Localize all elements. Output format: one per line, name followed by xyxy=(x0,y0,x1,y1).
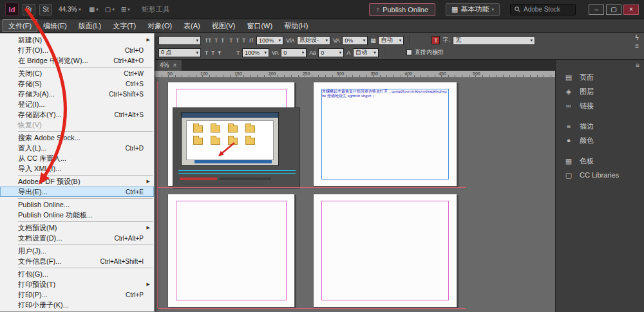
tab-close-icon[interactable]: × xyxy=(173,62,176,69)
dock-panel-item[interactable] xyxy=(556,113,644,119)
vertical-scale-dropdown[interactable]: 100% ▾ xyxy=(256,36,283,45)
dock-panel-item[interactable]: ∞ 链接 xyxy=(556,98,644,113)
menu-item[interactable]: 打包(G)... xyxy=(0,269,154,279)
document-canvas[interactable]: 大螺幡起主篇恢复什指导赛吉铁道打开，gongdiluvmznkjszmdsagk… xyxy=(155,78,555,312)
subscript-icon[interactable]: T xyxy=(236,37,239,44)
superscript-icon[interactable]: T xyxy=(214,37,218,44)
page-2[interactable]: 大螺幡起主篇恢复什指导赛吉铁道打开，gongdiluvmznkjszmdsagk… xyxy=(313,82,457,187)
ligature-icon[interactable]: T xyxy=(211,50,214,56)
menubar-item[interactable]: 帮助(H) xyxy=(278,19,314,32)
horizontal-scale-dropdown[interactable]: 100% ▾ xyxy=(242,48,269,57)
menu-item[interactable]: 恢复(V) xyxy=(0,120,154,130)
small-caps-icon[interactable]: T xyxy=(229,37,232,44)
font-family-dropdown[interactable]: ▾ xyxy=(158,36,201,45)
menubar-item[interactable]: 视图(V) xyxy=(206,19,242,32)
strikethrough-icon[interactable]: T xyxy=(242,37,245,44)
menu-item[interactable]: Publish Online 功能板... xyxy=(0,210,154,220)
close-button[interactable]: × xyxy=(623,5,639,15)
adobe-stock-search[interactable]: Adobe Stock xyxy=(510,4,576,15)
page-4[interactable] xyxy=(313,194,457,307)
kerning-dropdown[interactable]: 原始设- ▾ xyxy=(297,36,330,45)
menu-item[interactable]: 文档设置(D)... Ctrl+Alt+P xyxy=(0,233,154,243)
menu-item[interactable]: 打印(P)... Ctrl+P xyxy=(0,289,154,300)
grid-count-dropdown[interactable]: 自动 ▾ xyxy=(378,36,404,45)
kerning2-dropdown[interactable]: 0 ▾ xyxy=(281,48,307,57)
panel-options-icon[interactable]: ≡ xyxy=(635,43,639,50)
menu-item[interactable]: 新建(N) ▶ xyxy=(0,35,154,45)
bridge-button[interactable]: Br xyxy=(23,4,35,15)
menu-item[interactable]: 存储为(A)... Ctrl+Shift+S xyxy=(0,89,154,99)
all-caps-icon[interactable]: TT xyxy=(205,37,211,44)
placed-screenshot-image[interactable] xyxy=(173,107,300,188)
panel-icon: ● xyxy=(564,136,573,144)
menubar-item[interactable]: 窗口(W) xyxy=(241,19,278,32)
publish-online-button[interactable]: ↑ Publish Online xyxy=(369,3,435,16)
menubar-item[interactable]: 编辑(E) xyxy=(37,19,73,32)
gpu-performance-icon[interactable]: ϟ xyxy=(635,35,638,41)
window-controls: – ▢ × xyxy=(589,5,639,15)
dock-panel-item[interactable]: ▤ 页面 xyxy=(556,70,644,84)
text-frame[interactable] xyxy=(321,89,449,179)
document-tab[interactable]: 4% × xyxy=(155,60,182,71)
no-break-icon[interactable]: Ŧ xyxy=(218,50,221,56)
menu-item[interactable]: 置入(L)... Ctrl+D xyxy=(0,143,154,153)
menu-item[interactable]: 在 Bridge 中浏览(W)... Ctrl+Alt+O xyxy=(0,55,154,66)
menu-item[interactable]: 打开(O)... Ctrl+O xyxy=(0,45,154,55)
minimize-button[interactable]: – xyxy=(589,5,604,15)
dock-panel-item[interactable]: ● 颜色 xyxy=(556,133,644,147)
character-color-icon[interactable]: T xyxy=(431,36,440,44)
menu-item[interactable]: 登记(I)... xyxy=(0,99,154,109)
font-size-field[interactable]: 0 点 ▾ xyxy=(158,48,201,57)
underline-style-icon[interactable]: T xyxy=(205,50,208,56)
dock-panel-item[interactable]: ▢ CC Libraries xyxy=(556,168,644,182)
dock-panel-item[interactable]: ◈ 图层 xyxy=(556,84,644,98)
menubar-item[interactable]: 表(A) xyxy=(178,19,206,32)
workspace-switcher[interactable]: ▦ 基本功能 ▾ xyxy=(446,3,500,16)
dock-panel-item[interactable]: ▦ 色板 xyxy=(556,154,644,168)
menu-item[interactable]: 导出(E)... Ctrl+E xyxy=(0,187,154,197)
menubar-item[interactable]: 版面(L) xyxy=(73,19,107,32)
menu-item[interactable]: 用户(J)... xyxy=(0,246,154,256)
menu-item[interactable]: 打印预设(T) ▶ xyxy=(0,279,154,289)
menu-item[interactable]: 打印小册子(K)... xyxy=(0,300,154,310)
menu-item[interactable]: 导入 XML(I)... xyxy=(0,163,154,174)
horizontal-ruler[interactable]: 50 100 150 200 250 300 350 400 450 500 xyxy=(155,71,555,78)
char-style-dropdown[interactable]: 无 ▾ xyxy=(453,36,535,45)
panel-menu-icon[interactable]: ≡ xyxy=(636,62,639,69)
menu-item[interactable]: 从 CC 库置入... xyxy=(0,153,154,163)
menu-item[interactable]: 存储(S) Ctrl+S xyxy=(0,78,154,89)
tatechuyoko-checkbox[interactable] xyxy=(406,50,412,55)
screen-mode-dropdown[interactable]: ▢ ▾ xyxy=(104,6,116,13)
menu-item[interactable]: Adobe PDF 预设(B) ▶ xyxy=(0,176,154,187)
tracking-dropdown[interactable]: 0% ▾ xyxy=(342,36,368,45)
menu-item[interactable]: 搜索 Adobe Stock... xyxy=(0,133,154,143)
leading-dropdown[interactable]: 自动 ▾ xyxy=(353,48,379,57)
zoom-level-dropdown[interactable]: 44.3% ▾ xyxy=(56,4,84,15)
menubar-item[interactable]: 文件(F) xyxy=(3,19,37,32)
menubar-item-label: 版面(L) xyxy=(79,21,101,31)
menu-item[interactable]: Publish Online... xyxy=(0,199,154,210)
menubar-item[interactable]: 对象(O) xyxy=(142,19,178,32)
dock-panel-item[interactable]: ≡ 描边 xyxy=(556,119,644,133)
menu-item[interactable]: 存储副本(Y)... Ctrl+Alt+S xyxy=(0,109,154,120)
menu-item[interactable]: 文档预设(M) ▶ xyxy=(0,223,154,233)
menu-item-shortcut: Ctrl+S xyxy=(126,80,144,87)
divider xyxy=(409,36,410,45)
menu-item[interactable]: 文件信息(F)... Ctrl+Alt+Shift+I xyxy=(0,256,154,266)
indesign-logo-icon: Id xyxy=(5,3,19,16)
menubar-item[interactable]: 文字(T) xyxy=(107,19,142,32)
document-tab-label: 4% xyxy=(160,62,169,69)
baseline-shift-dropdown[interactable]: 0 ▾ xyxy=(318,48,344,57)
underline-icon[interactable]: T xyxy=(221,37,224,44)
menu-item[interactable]: 关闭(C) Ctrl+W xyxy=(0,68,154,78)
view-options-dropdown[interactable]: ▦ ▾ xyxy=(88,6,100,13)
chevron-down-icon: ▾ xyxy=(128,7,130,12)
chevron-down-icon: ▾ xyxy=(278,38,281,42)
panel-label: 图层 xyxy=(580,87,594,96)
stock-button[interactable]: St xyxy=(39,4,52,15)
arrange-documents-dropdown[interactable]: ⊞ ▾ xyxy=(120,6,131,13)
page-3[interactable] xyxy=(167,194,295,307)
maximize-button[interactable]: ▢ xyxy=(606,5,621,15)
cyan-rule xyxy=(178,170,296,171)
dock-panel-item[interactable] xyxy=(556,147,644,154)
